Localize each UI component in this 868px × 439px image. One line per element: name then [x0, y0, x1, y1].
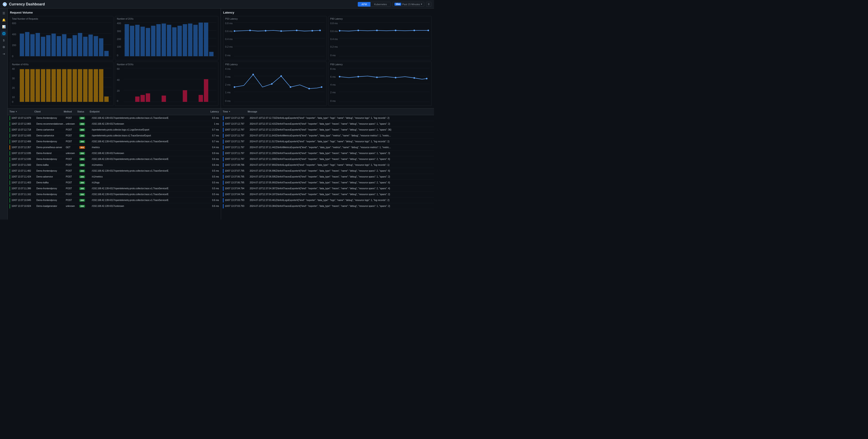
- table-row[interactable]: 10/07 13:37:07.795 2024-07-10T12:37:06.9…: [221, 168, 434, 174]
- table-row[interactable]: 10/07 13:37:11.797 2024-07-10T12:37:11.6…: [221, 133, 434, 139]
- time-range-selector[interactable]: 15m Past 15 Minutes ▾: [393, 2, 424, 6]
- table-row[interactable]: 10/07 13:37:12.406 Demo-frontendproxy PO…: [8, 139, 221, 144]
- table-row[interactable]: 10/07 13:37:12.035 Demo-frontend unknown…: [8, 150, 221, 156]
- chart-p99-label: P99 Latency: [330, 63, 430, 66]
- svg-text:13:32:00: 13:32:00: [386, 104, 395, 104]
- table-row[interactable]: 10/07 13:37:06.795 2024-07-10T12:37:05.9…: [221, 180, 434, 185]
- cell-time: 10/07 13:37:11.386: [11, 187, 36, 190]
- svg-rect-48: [167, 25, 171, 56]
- svg-text:0.2 ms: 0.2 ms: [330, 45, 338, 48]
- cell-client: Demo-frontendproxy: [36, 187, 66, 190]
- table-row[interactable]: 10/07 13:37:11.424 Demo-adservice POST 2…: [8, 174, 221, 180]
- table-row[interactable]: 10/07 13:37:03.793 2024-07-10T12:37:03.4…: [221, 197, 434, 203]
- svg-text:0 ms: 0 ms: [225, 54, 230, 57]
- cell-log-time: 10/07 13:37:08.796: [225, 164, 250, 166]
- cell-endpoint: /v1/metrics: [92, 164, 204, 166]
- row-indicator: [223, 192, 223, 197]
- cell-time: 10/07 13:37:11.424: [11, 175, 36, 178]
- table-row[interactable]: 10/07 13:37:12.879 Demo-frontendproxy PO…: [8, 115, 221, 121]
- svg-text:0.6 ms: 0.6 ms: [330, 30, 338, 33]
- cell-status: 200: [79, 199, 92, 202]
- table-row[interactable]: 10/07 13:37:12.605 Demo-cartservice POST…: [8, 133, 221, 139]
- svg-rect-100: [135, 97, 140, 102]
- svg-rect-101: [141, 95, 145, 102]
- row-indicator: [223, 151, 223, 156]
- logs-table-panel: Time ▼ Message 10/07 13:37:12.797 2024-0…: [221, 108, 434, 220]
- table-row[interactable]: 10/07 13:37:11.162 Demo-frontendproxy PO…: [8, 192, 221, 197]
- sidebar-icon-bell[interactable]: 🔔: [1, 17, 6, 23]
- app-logo: [3, 2, 7, 6]
- table-row[interactable]: 10/07 13:37:11.797 2024-07-10T12:37:11.0…: [221, 156, 434, 162]
- cell-endpoint: //192.168.42.139:4317/opentelemetry.prot…: [92, 187, 204, 190]
- logs-table-body[interactable]: 10/07 13:37:12.797 2024-07-10T12:37:12.7…: [221, 115, 434, 220]
- sort-log-time-icon: ▼: [229, 111, 230, 113]
- svg-rect-73: [30, 69, 35, 102]
- table-row[interactable]: 10/07 13:37:11.797 2024-07-10T12:37:11.2…: [221, 150, 434, 156]
- table-row[interactable]: 10/07 13:37:06.795 2024-07-10T12:37:06.5…: [221, 174, 434, 180]
- sidebar-icon-settings[interactable]: ⚙: [1, 44, 6, 50]
- th-log-time[interactable]: Time ▼: [223, 110, 248, 113]
- sidebar-icon-dollar[interactable]: $: [1, 37, 6, 43]
- chart-p90-label: P90 Latency: [330, 18, 430, 20]
- cell-time: 10/07 13:37:10.845: [11, 199, 36, 201]
- table-row[interactable]: 10/07 13:37:10.845 Demo-frontendproxy PO…: [8, 197, 221, 203]
- cell-message: 2024-07-10T12:37:11.643Z\tinfo\tMetricsE…: [250, 134, 432, 137]
- table-row[interactable]: 10/07 13:37:12.797 2024-07-10T12:37:12.2…: [221, 127, 434, 133]
- chart-total-requests: Total Number of Requests 600 400 200 0: [10, 16, 114, 60]
- svg-rect-51: [183, 24, 187, 56]
- svg-text:4 ms: 4 ms: [330, 83, 336, 86]
- row-indicator: [9, 186, 10, 191]
- sidebar-icon-menu[interactable]: ☰: [1, 10, 6, 16]
- table-row[interactable]: 10/07 13:37:04.794 2024-07-10T12:37:04.1…: [221, 192, 434, 197]
- svg-text:13:32:00: 13:32:00: [281, 58, 290, 59]
- tab-kubernetes[interactable]: Kubernetes: [370, 2, 391, 6]
- row-indicator: [223, 169, 223, 173]
- svg-point-122: [249, 30, 251, 31]
- svg-text:13:32:00: 13:32:00: [172, 58, 181, 59]
- cell-message: 2024-07-10T12:37:12.733Z\tinfo\tLogsExpo…: [250, 117, 432, 119]
- svg-text:13:32:00: 13:32:00: [386, 58, 395, 59]
- table-row[interactable]: 10/07 13:37:08.796 2024-07-10T12:37:07.8…: [221, 162, 434, 168]
- svg-point-188: [426, 78, 428, 79]
- svg-rect-12: [36, 33, 40, 56]
- table-row[interactable]: 10/07 13:37:11.403 Demo-kafka POST 200 /…: [8, 180, 221, 185]
- table-row[interactable]: 10/07 13:37:12.797 2024-07-10T12:37:12.7…: [221, 115, 434, 121]
- table-row[interactable]: 10/07 13:37:04.794 2024-07-10T12:37:04.3…: [221, 185, 434, 192]
- cell-time: 10/07 13:37:12.035: [11, 158, 36, 160]
- table-row[interactable]: 10/07 13:37:12.357 Demo-prometheus-serve…: [8, 144, 221, 150]
- svg-point-183: [339, 76, 340, 77]
- svg-rect-52: [188, 24, 192, 56]
- cell-method: POST: [66, 134, 79, 137]
- svg-text:13:26:00: 13:26:00: [125, 104, 133, 104]
- table-row[interactable]: 10/07 13:37:03.793 2024-07-10T12:37:03.3…: [221, 203, 434, 209]
- svg-point-144: [376, 30, 378, 31]
- chart-2xx-label: Number of 2XXs: [117, 18, 216, 20]
- sidebar-icon-chart[interactable]: 📊: [1, 24, 6, 29]
- svg-rect-84: [88, 69, 93, 102]
- cell-client: Demo-frontendproxy: [36, 158, 66, 160]
- table-row[interactable]: 10/07 13:37:11.560 Demo-kafka POST 200 /…: [8, 162, 221, 168]
- row-indicator: [223, 116, 223, 121]
- pause-button[interactable]: II: [426, 2, 431, 7]
- tab-apm[interactable]: APM: [358, 2, 370, 6]
- sidebar-icon-exit[interactable]: ⇥: [1, 51, 6, 57]
- requests-table-body[interactable]: 10/07 13:37:12.879 Demo-frontendproxy PO…: [8, 115, 221, 220]
- svg-rect-45: [151, 26, 155, 56]
- table-row[interactable]: 10/07 13:37:11.386 Demo-frontendproxy PO…: [8, 185, 221, 192]
- 2xx-svg: 400 300 200 100 0: [117, 21, 216, 59]
- table-row[interactable]: 10/07 13:37:12.865 Demo-recommendationse…: [8, 121, 221, 127]
- svg-rect-78: [57, 69, 61, 102]
- table-row[interactable]: 10/07 13:37:11.797 2024-07-10T12:37:11.5…: [221, 139, 434, 144]
- table-row[interactable]: 10/07 13:37:12.035 Demo-frontendproxy PO…: [8, 156, 221, 162]
- table-row[interactable]: 10/07 13:37:11.482 Demo-frontendproxy PO…: [8, 168, 221, 174]
- table-row[interactable]: 10/07 13:37:10.824 Demo-loadgenerator un…: [8, 203, 221, 209]
- main-content: Request Volume Total Number of Requests …: [8, 8, 434, 220]
- table-row[interactable]: 10/07 13:37:12.797 2024-07-10T12:37:12.4…: [221, 121, 434, 127]
- th-time[interactable]: Time ▼: [9, 110, 34, 113]
- cell-status: 200: [79, 123, 92, 125]
- table-row[interactable]: 10/07 13:37:11.797 2024-07-10T12:37:11.4…: [221, 144, 434, 150]
- sidebar-icon-globe[interactable]: 🌐: [1, 31, 6, 36]
- table-row[interactable]: 10/07 13:37:12.718 Demo-cartservice POST…: [8, 127, 221, 133]
- logs-table-header: Time ▼ Message: [221, 108, 434, 115]
- svg-rect-86: [99, 69, 103, 102]
